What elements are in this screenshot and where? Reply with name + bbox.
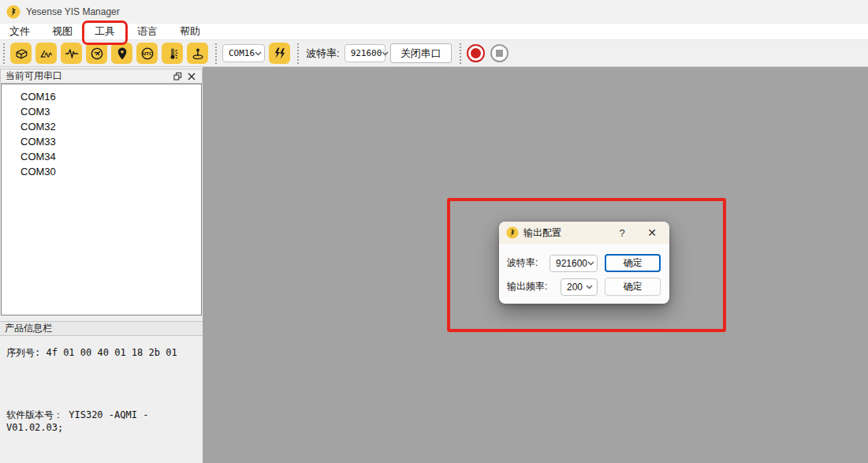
chevron-down-icon	[586, 285, 593, 289]
utc-time-button[interactable]: UTC	[136, 43, 158, 64]
angle-plot-button[interactable]	[35, 43, 57, 64]
3d-cube-icon	[13, 46, 29, 62]
output-rate-row: 输出频率: 200 确定	[507, 278, 661, 296]
port-list-item[interactable]: COM16	[20, 89, 201, 104]
baud-rate-value: 921600	[351, 48, 382, 58]
left-dock: 当前可用串口 COM16 COM3 COM32 COM33 COM34 COM3…	[0, 67, 203, 463]
baud-confirm-button[interactable]: 确定	[605, 254, 661, 272]
3d-view-button[interactable]	[10, 43, 32, 64]
serial-number-value: 4f 01 00 40 01 18 2b 01	[46, 347, 177, 358]
menu-view[interactable]: 视图	[44, 23, 80, 40]
refresh-ports-button[interactable]	[269, 43, 290, 64]
port-list-item[interactable]: COM33	[20, 134, 201, 149]
gauge-icon	[89, 46, 105, 62]
dialog-close-button[interactable]: ✕	[644, 226, 660, 239]
port-list-item[interactable]: COM3	[20, 104, 201, 119]
toolbar-drag-handle[interactable]	[460, 43, 461, 64]
baud-rate-row: 波特率: 921600 确定	[507, 254, 661, 272]
toolbar: UTC COM16 波特率:	[0, 40, 868, 67]
menu-tools[interactable]: 工具	[87, 23, 123, 40]
angle-waveform-icon	[39, 46, 54, 62]
baud-rate-label: 波特率:	[306, 47, 340, 61]
port-select-value: COM16	[229, 48, 255, 58]
software-version-label: 软件版本号：	[6, 409, 63, 420]
toolbar-drag-handle[interactable]	[3, 43, 5, 64]
close-serial-port-button[interactable]: 关闭串口	[390, 43, 452, 63]
dialog-baud-select[interactable]: 921600	[549, 255, 598, 272]
chevron-down-icon	[382, 51, 389, 56]
dialog-baud-value: 921600	[556, 258, 587, 269]
dialog-rate-label: 输出频率:	[507, 280, 547, 293]
port-list-item[interactable]: COM30	[20, 164, 201, 179]
info-panel-header: 产品信息栏	[0, 321, 203, 336]
dialog-titlebar: 输出配置 ? ✕	[499, 222, 669, 244]
gauge-button[interactable]	[86, 43, 107, 64]
serial-number-line: 序列号: 4f 01 00 40 01 18 2b 01	[6, 346, 203, 360]
ports-panel-header: 当前可用串口	[0, 69, 203, 84]
stop-button[interactable]	[490, 44, 509, 62]
output-config-dialog: 输出配置 ? ✕ 波特率: 921600 确定 输出频率: 200	[499, 222, 669, 304]
dialog-rate-select[interactable]: 200	[561, 278, 598, 296]
body: 当前可用串口 COM16 COM3 COM32 COM33 COM34 COM3…	[0, 67, 868, 463]
dialog-rate-value: 200	[567, 282, 583, 293]
utc-clock-icon: UTC	[140, 46, 155, 62]
menubar: 文件 视图 工具 语言 帮助	[0, 24, 868, 40]
stop-icon	[496, 50, 503, 57]
rate-confirm-button[interactable]: 确定	[605, 278, 661, 296]
titlebar: Yesense YIS Manager	[0, 0, 868, 24]
svg-text:UTC: UTC	[142, 51, 151, 56]
toolbar-drag-handle[interactable]	[297, 43, 299, 64]
menu-file[interactable]: 文件	[2, 23, 38, 40]
record-icon	[471, 48, 481, 58]
menu-language[interactable]: 语言	[129, 23, 166, 40]
location-button[interactable]	[111, 43, 132, 64]
window-title: Yesense YIS Manager	[26, 6, 120, 17]
thermometer-icon	[165, 46, 181, 62]
chevron-down-icon	[255, 51, 262, 56]
float-window-icon	[173, 72, 182, 80]
port-list-item[interactable]: COM32	[20, 119, 201, 134]
port-list-item[interactable]: COM34	[20, 149, 201, 164]
location-pin-icon	[114, 46, 130, 62]
workspace: 输出配置 ? ✕ 波特率: 921600 确定 输出频率: 200	[203, 67, 868, 463]
info-panel-body: 序列号: 4f 01 00 40 01 18 2b 01 软件版本号： YIS3…	[0, 336, 203, 463]
ports-panel-title: 当前可用串口	[6, 69, 170, 83]
menu-help[interactable]: 帮助	[172, 23, 208, 40]
ports-list: COM16 COM3 COM32 COM33 COM34 COM30	[1, 84, 202, 316]
chevron-down-icon	[587, 261, 594, 266]
waveform-plot-button[interactable]	[61, 43, 82, 64]
record-button[interactable]	[467, 44, 485, 62]
software-version-line: 软件版本号： YIS320 -AQMI -V01.02.03;	[6, 409, 203, 433]
yesense-logo-icon	[6, 5, 20, 19]
close-panel-button[interactable]	[184, 70, 199, 82]
baud-rate-select[interactable]: 921600	[345, 44, 386, 62]
pressure-sensor-icon	[190, 46, 206, 62]
yesense-logo-icon	[506, 226, 519, 239]
waveform-icon	[64, 46, 80, 62]
refresh-icon	[272, 46, 288, 62]
dialog-baud-label: 波特率:	[507, 256, 538, 270]
close-icon	[188, 73, 196, 80]
info-panel-title: 产品信息栏	[5, 322, 52, 335]
temperature-button[interactable]	[162, 43, 183, 64]
dialog-title: 输出配置	[523, 226, 614, 240]
serial-number-label: 序列号:	[6, 347, 40, 358]
menu-tools-label: 工具	[95, 25, 115, 37]
pressure-button[interactable]	[187, 43, 208, 64]
app-window: Yesense YIS Manager 文件 视图 工具 语言 帮助	[0, 0, 868, 463]
toolbar-drag-handle[interactable]	[215, 43, 217, 64]
port-select[interactable]: COM16	[222, 44, 265, 62]
float-panel-button[interactable]	[170, 70, 184, 82]
dialog-help-button[interactable]: ?	[614, 227, 630, 239]
